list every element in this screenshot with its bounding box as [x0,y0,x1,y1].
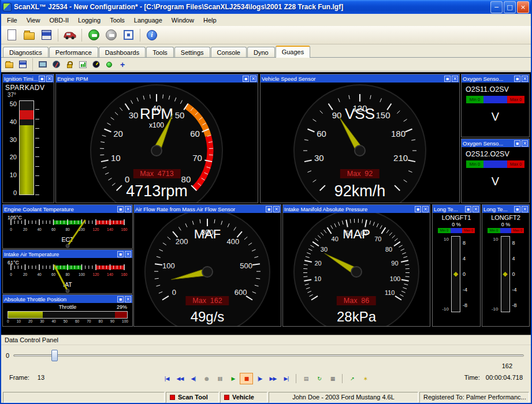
tab-diagnostics[interactable]: Diagnostics [3,47,49,57]
vehicle-manager-button[interactable] [62,27,78,43]
panel-close-button[interactable]: × [273,206,280,212]
menu-tools[interactable]: Tools [105,15,129,25]
live-data-button[interactable]: ∗ [359,373,372,384]
panel-close-button[interactable]: × [125,296,131,302]
panel-title: Engine Coolant Temperature [4,206,116,212]
maximize-button[interactable]: □ [504,1,516,13]
pid-label: SPARKADV [3,83,54,92]
scale-label: 8 [512,240,521,246]
panel-close-button[interactable]: × [473,206,479,212]
data-control-panel: Data Control Panel 0 162 Frame:13 |◀◀◀◀|… [1,335,531,390]
max-value-box: Max 86 [337,296,376,305]
menu-help[interactable]: Help [199,15,221,25]
record-button[interactable]: ● [200,373,213,384]
save-dashboard-button[interactable] [17,59,28,70]
toolbar-separator [81,29,82,42]
menu-file[interactable]: File [2,15,22,25]
gauge-value: 29% [117,304,127,310]
export-data-button[interactable]: ↗ [345,373,359,384]
tab-console[interactable]: Console [211,47,247,57]
tab-guages[interactable]: Guages [276,46,311,58]
menu-window[interactable]: Window [167,15,199,25]
new-log-button[interactable]: ▤ [299,373,312,384]
open-config-button[interactable] [21,27,37,43]
panel-close-button[interactable]: × [46,76,53,82]
panel-close-button[interactable]: × [522,76,528,82]
scan-button[interactable] [120,27,136,43]
slider-thumb[interactable] [51,350,58,361]
panel-minimize-button[interactable]: ▪ [415,206,421,212]
fast-rewind-button[interactable]: ◀◀ [173,373,187,384]
svg-text:140: 140 [107,272,113,276]
panel-minimize-button[interactable]: ▪ [514,206,520,212]
close-button[interactable]: × [517,1,529,13]
red-zone [115,312,127,318]
panel-minimize-button[interactable]: ▪ [117,296,124,302]
panel-minimize-button[interactable]: ▪ [514,76,520,82]
panel-minimize-button[interactable]: ▪ [266,206,272,212]
add-graph-button[interactable] [77,59,88,70]
panel-minimize-button[interactable]: ▪ [465,206,471,212]
save-config-button[interactable] [38,27,54,43]
position-slider[interactable] [13,349,524,362]
tab-dashboards[interactable]: Dashboards [99,47,146,57]
disconnect-button[interactable] [103,27,119,43]
play-button[interactable]: ▶ [226,373,240,384]
compass-gauge-button[interactable] [50,59,62,70]
panel-close-button[interactable]: × [452,76,458,82]
panel-minimize-button[interactable]: ▪ [243,76,249,82]
scale-label: -10 [442,306,449,312]
panel-minimize-button[interactable]: ▪ [514,140,520,147]
step-back-button[interactable]: ◀| [187,373,200,384]
fuel-trim-gauge: LONGFT2 0 % Min 0 Max 0 10-10 ◆ 840-4-8 [482,213,529,326]
scale-label: 0 [13,189,17,196]
tab-dyno[interactable]: Dyno [247,47,275,57]
tab-performance[interactable]: Performance [49,47,98,57]
lock-layout-button[interactable] [64,59,75,70]
fullscreen-button[interactable] [37,59,49,70]
gauge-value: 28kPa [283,309,430,325]
panel-minimize-button[interactable]: ▪ [117,251,124,257]
scale-label: 4 [512,256,521,261]
chart-icon [79,61,87,68]
add-gauge-button[interactable] [90,59,102,70]
panel-close-button[interactable]: × [125,251,131,257]
add-led-button[interactable] [103,59,115,70]
scale-label: 4 [463,256,471,261]
svg-text:x100: x100 [149,121,164,129]
tab-settings[interactable]: Settings [174,47,210,57]
tab-tools[interactable]: Tools [146,47,174,57]
panel-close-button[interactable]: × [522,140,528,147]
jump-to-end-button[interactable]: ▶| [280,373,293,384]
svg-text:30: 30 [321,246,328,253]
about-button[interactable]: i [144,27,160,43]
panel-close-button[interactable]: × [250,76,256,82]
scale-label: 50 [10,100,17,107]
connect-button[interactable] [85,27,102,43]
panel-minimize-button[interactable]: ▪ [444,76,451,82]
menu-view[interactable]: View [22,15,45,25]
menu-language[interactable]: Language [129,15,167,25]
menu-logging[interactable]: Logging [73,15,105,25]
panel-close-button[interactable]: × [125,206,131,212]
max-value-box: Max 4713 [133,169,180,178]
vehicle-label: Vehicle [232,394,254,401]
minimize-button[interactable]: ─ [490,1,503,13]
open-dashboard-button[interactable] [3,59,15,70]
save-log-button[interactable]: ▦ [326,373,339,384]
step-forward-button[interactable]: |▶ [253,373,266,384]
fast-forward-button[interactable]: ▶▶ [266,373,280,384]
add-item-button[interactable]: + [117,59,128,70]
panel-minimize-button[interactable]: ▪ [117,206,124,212]
panel-minimize-button[interactable]: ▪ [39,76,45,82]
jump-to-start-button[interactable]: |◀ [160,373,173,384]
menu-obd2[interactable]: OBD-II [44,15,73,25]
pause-button[interactable]: ▮▮ [213,373,226,384]
panel-close-button[interactable]: × [422,206,429,212]
panel-close-button[interactable]: × [522,206,528,212]
stop-button[interactable]: ■ [240,373,253,384]
scale-labels: 50403020100 [5,100,19,196]
loop-playback-button[interactable]: ↻ [312,373,326,384]
panel-engine-rpm: Engine RPM ▪ × Max 4713 4713rpm 01020304… [55,74,258,203]
new-config-button[interactable] [3,27,20,43]
